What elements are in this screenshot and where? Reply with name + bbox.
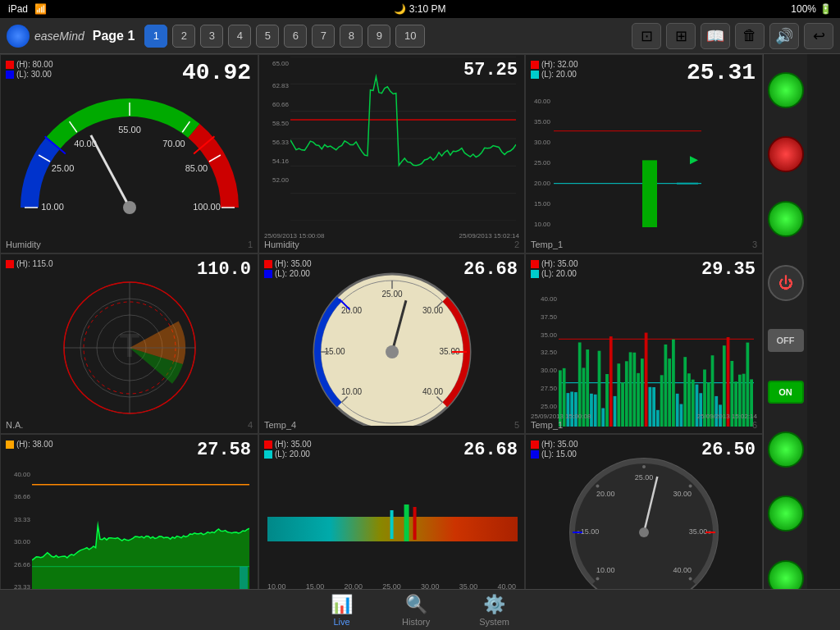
widget-3-legend: (H): 32.00 (L): 20.00	[531, 60, 578, 80]
right-panel: ⏻ OFF ON	[763, 54, 807, 614]
page-title: Page 1	[93, 29, 135, 43]
widget-8-legend: (H): 35.00 (L): 20.00	[264, 440, 311, 459]
tab-system[interactable]: ⚙️ System	[479, 594, 509, 627]
right-btn-off[interactable]: OFF	[768, 329, 804, 352]
ipad-label: iPad	[8, 3, 28, 15]
widget-na-radar: (H): 115.0 110.0 N.A. 4	[0, 253, 258, 434]
widget-5-value: 26.68	[463, 259, 518, 280]
right-btn-on[interactable]: ON	[768, 381, 804, 404]
page-btn-6[interactable]: 6	[284, 25, 307, 48]
battery-icon: 🔋	[819, 3, 832, 15]
widget-1-value: 40.92	[182, 60, 251, 85]
status-bar-time: 🌙 3:10 PM	[394, 3, 445, 15]
widget-2-ts-left: 25/09/2013 15:00:08	[264, 232, 324, 240]
status-bar: iPad 📶 🌙 3:10 PM 100% 🔋	[0, 0, 840, 18]
widget-5-index: 5	[514, 420, 519, 430]
back-icon-btn[interactable]: ↩	[804, 23, 833, 49]
widget-4-label: N.A.	[6, 420, 23, 430]
widget-temp1-bars: (H): 35.00 (L): 20.00 29.35 40.0037.5035…	[525, 253, 763, 434]
trash-icon-btn[interactable]: 🗑	[735, 23, 765, 49]
right-btn-red[interactable]	[768, 136, 804, 172]
widget-4-index: 4	[248, 420, 253, 430]
nav-bar: easeMind Page 1 1 2 3 4 5 6 7 8 9 10 ⊡ ⊞…	[0, 18, 840, 54]
widget-1-legend: (H): 80.00 (L): 30.00	[6, 60, 52, 80]
widget-humidity-chart: 65.0062.8360.66 58.5056.3354.1652.00 25/…	[258, 54, 525, 253]
page-btn-2[interactable]: 2	[172, 25, 195, 48]
right-btn-green-3[interactable]	[768, 431, 804, 468]
tab-history[interactable]: 🔍 History	[402, 594, 430, 627]
widget-4-value: 110.0	[197, 259, 251, 280]
tab-live-label: Live	[333, 617, 349, 627]
page-btn-5[interactable]: 5	[256, 25, 279, 48]
widget-temp5-gauge: (H): 35.00 (L): 15.00 26.50 Temp_5 9	[525, 434, 763, 614]
widget-9-legend: (H): 35.00 (L): 15.00	[531, 440, 578, 459]
widget-8-value: 26.68	[463, 440, 518, 460]
right-btn-green-2[interactable]	[768, 201, 804, 237]
battery-label: 100%	[791, 3, 816, 15]
brand-label: easeMind	[34, 30, 84, 43]
widget-2-ts-right: 25/09/2013 15:02:14	[459, 232, 519, 240]
logo-button[interactable]	[7, 25, 30, 48]
widget-3-value: 25.31	[687, 60, 756, 85]
widget-6-legend: (H): 35.00 (L): 20.00	[531, 259, 578, 279]
widget-5-label: Temp_4	[264, 420, 296, 430]
page-btn-9[interactable]: 9	[368, 25, 390, 48]
live-icon: 📊	[331, 594, 353, 615]
page-btn-7[interactable]: 7	[312, 25, 335, 48]
status-bar-left: iPad 📶	[8, 3, 47, 15]
widget-6-index: 6	[752, 420, 757, 430]
widget-7-legend: (H): 38.00	[6, 440, 52, 450]
widget-6-label: Temp_1	[531, 420, 563, 430]
widget-3-label: Temp_1	[531, 240, 563, 249]
wifi-icon: 📶	[34, 3, 47, 15]
right-btn-power-1[interactable]: ⏻	[768, 265, 804, 301]
widget-3-index: 3	[752, 240, 757, 249]
tab-history-label: History	[402, 617, 430, 627]
page-btn-8[interactable]: 8	[340, 25, 363, 48]
history-icon: 🔍	[405, 594, 427, 615]
tab-system-label: System	[479, 617, 509, 627]
widget-2-index: 2	[514, 240, 519, 249]
widget-7-value: 27.58	[197, 440, 251, 460]
page-btn-1[interactable]: 1	[144, 25, 167, 48]
widget-temp4-hbar: (H): 35.00 (L): 20.00 26.68 10.0015.0020…	[258, 434, 525, 614]
tab-bar: 📊 Live 🔍 History ⚙️ System	[0, 589, 840, 630]
widget-2-label: Humidity	[264, 240, 299, 249]
widget-9-value: 26.50	[701, 440, 756, 460]
book-icon-btn[interactable]: 📖	[701, 23, 730, 49]
widget-1-index: 1	[248, 240, 253, 249]
widget-1-label: Humidity	[6, 240, 41, 249]
widget-4-legend: (H): 115.0	[6, 259, 52, 269]
page-btn-4[interactable]: 4	[228, 25, 251, 48]
main-grid: (H): 80.00 (L): 30.00 40.92 Humidity 1 6…	[0, 54, 840, 630]
widget-6-ts-right: 25/09/2013 15:02:14	[697, 413, 757, 420]
widget-temp1-bar: (H): 32.00 (L): 20.00 25.31 40.0035.0030…	[525, 54, 763, 253]
page-btn-3[interactable]: 3	[200, 25, 223, 48]
system-icon: ⚙️	[483, 594, 505, 615]
right-btn-green-4[interactable]	[768, 495, 804, 532]
grid-icon-btn[interactable]: ⊞	[666, 23, 696, 49]
widget-2-value: 57.25	[463, 60, 518, 80]
widget-5-legend: (H): 35.00 (L): 20.00	[264, 259, 311, 279]
screen-icon-btn[interactable]: ⊡	[632, 23, 661, 49]
widget-temp4-gauge: (H): 35.00 (L): 20.00 26.68 Temp_4 5	[258, 253, 525, 434]
widget-humidity-gauge: (H): 80.00 (L): 30.00 40.92 Humidity 1	[0, 54, 258, 253]
widget-temp2-area: (H): 38.00 27.58 40.0036.6633.3330.0026.…	[0, 434, 258, 614]
widget-6-ts-left: 25/09/2013 15:00:08	[531, 413, 591, 420]
page-btn-10[interactable]: 10	[395, 25, 425, 48]
status-bar-right: 100% 🔋	[791, 3, 832, 15]
tab-live[interactable]: 📊 Live	[331, 594, 353, 627]
widget-6-value: 29.35	[701, 259, 756, 280]
speaker-icon-btn[interactable]: 🔊	[769, 23, 799, 49]
moon-icon: 🌙	[394, 3, 406, 15]
right-btn-green-1[interactable]	[768, 72, 804, 108]
